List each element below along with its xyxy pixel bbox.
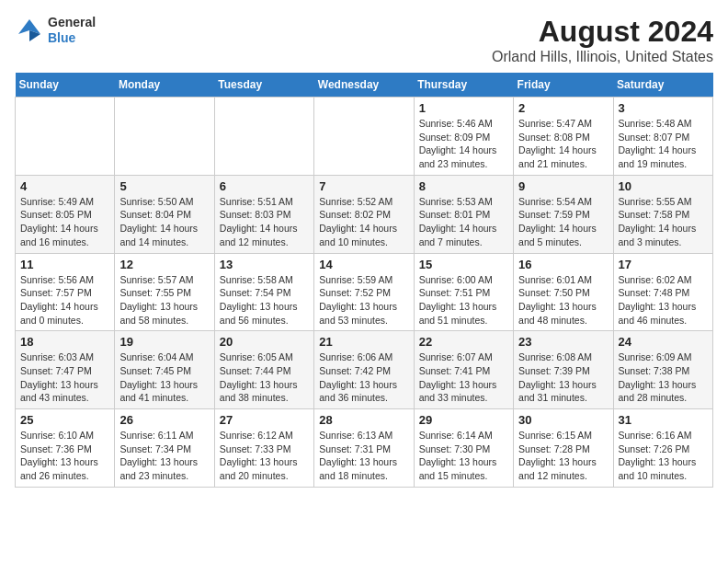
logo: General Blue — [15, 15, 96, 46]
day-number: 8 — [419, 179, 508, 193]
day-info: Sunrise: 6:01 AMSunset: 7:50 PMDaylight:… — [518, 273, 608, 327]
page-title: August 2024 — [492, 15, 713, 49]
table-row: 16Sunrise: 6:01 AMSunset: 7:50 PMDayligh… — [514, 253, 613, 331]
day-number: 21 — [319, 335, 408, 349]
day-info: Sunrise: 6:16 AMSunset: 7:26 PMDaylight:… — [619, 429, 708, 483]
day-info: Sunrise: 5:57 AMSunset: 7:55 PMDaylight:… — [119, 273, 209, 327]
day-number: 25 — [20, 413, 109, 427]
table-row: 18Sunrise: 6:03 AMSunset: 7:47 PMDayligh… — [16, 331, 115, 409]
day-number: 9 — [518, 179, 608, 193]
table-row: 14Sunrise: 5:59 AMSunset: 7:52 PMDayligh… — [314, 253, 414, 331]
day-info: Sunrise: 5:53 AMSunset: 8:01 PMDaylight:… — [419, 195, 508, 249]
table-row: 17Sunrise: 6:02 AMSunset: 7:48 PMDayligh… — [613, 253, 712, 331]
table-row: 11Sunrise: 5:56 AMSunset: 7:57 PMDayligh… — [16, 253, 115, 331]
table-row: 5Sunrise: 5:50 AMSunset: 8:04 PMDaylight… — [115, 175, 214, 253]
day-info: Sunrise: 5:55 AMSunset: 7:58 PMDaylight:… — [619, 195, 708, 249]
day-number: 22 — [419, 335, 508, 349]
day-number: 18 — [20, 335, 109, 349]
table-row: 12Sunrise: 5:57 AMSunset: 7:55 PMDayligh… — [115, 253, 214, 331]
day-number: 5 — [119, 179, 209, 193]
table-row — [214, 98, 313, 176]
day-number: 6 — [220, 179, 309, 193]
table-row: 9Sunrise: 5:54 AMSunset: 7:59 PMDaylight… — [514, 175, 613, 253]
table-row: 13Sunrise: 5:58 AMSunset: 7:54 PMDayligh… — [214, 253, 313, 331]
table-row: 1Sunrise: 5:46 AMSunset: 8:09 PMDaylight… — [414, 98, 513, 176]
table-row: 27Sunrise: 6:12 AMSunset: 7:33 PMDayligh… — [214, 409, 313, 488]
day-info: Sunrise: 5:59 AMSunset: 7:52 PMDaylight:… — [319, 273, 408, 327]
day-info: Sunrise: 6:02 AMSunset: 7:48 PMDaylight:… — [619, 273, 708, 327]
table-row: 4Sunrise: 5:49 AMSunset: 8:05 PMDaylight… — [16, 175, 115, 253]
day-number: 10 — [619, 179, 708, 193]
table-row: 15Sunrise: 6:00 AMSunset: 7:51 PMDayligh… — [414, 253, 513, 331]
day-info: Sunrise: 5:58 AMSunset: 7:54 PMDaylight:… — [220, 273, 309, 327]
table-row: 21Sunrise: 6:06 AMSunset: 7:42 PMDayligh… — [314, 331, 414, 409]
table-row: 29Sunrise: 6:14 AMSunset: 7:30 PMDayligh… — [414, 409, 513, 488]
table-row: 31Sunrise: 6:16 AMSunset: 7:26 PMDayligh… — [613, 409, 712, 488]
day-number: 15 — [419, 258, 508, 271]
day-number: 16 — [518, 258, 608, 271]
day-info: Sunrise: 5:52 AMSunset: 8:02 PMDaylight:… — [319, 195, 408, 249]
logo-icon — [15, 16, 44, 45]
table-row: 10Sunrise: 5:55 AMSunset: 7:58 PMDayligh… — [613, 175, 712, 253]
table-row: 25Sunrise: 6:10 AMSunset: 7:36 PMDayligh… — [16, 409, 115, 488]
table-row: 8Sunrise: 5:53 AMSunset: 8:01 PMDaylight… — [414, 175, 513, 253]
logo-text: General Blue — [48, 15, 96, 46]
title-block: August 2024 Orland Hills, Illinois, Unit… — [492, 15, 713, 65]
day-number: 17 — [619, 258, 708, 271]
table-row: 20Sunrise: 6:05 AMSunset: 7:44 PMDayligh… — [214, 331, 313, 409]
day-number: 20 — [220, 335, 309, 349]
day-number: 11 — [20, 258, 109, 271]
day-info: Sunrise: 6:06 AMSunset: 7:42 PMDaylight:… — [319, 350, 408, 405]
day-info: Sunrise: 6:10 AMSunset: 7:36 PMDaylight:… — [20, 429, 109, 483]
day-info: Sunrise: 6:11 AMSunset: 7:34 PMDaylight:… — [119, 429, 209, 483]
col-thursday: Thursday — [414, 73, 513, 98]
day-number: 14 — [319, 258, 408, 271]
day-info: Sunrise: 5:47 AMSunset: 8:08 PMDaylight:… — [518, 117, 608, 171]
page-subtitle: Orland Hills, Illinois, United States — [492, 49, 713, 65]
day-info: Sunrise: 5:51 AMSunset: 8:03 PMDaylight:… — [220, 195, 309, 249]
day-info: Sunrise: 5:56 AMSunset: 7:57 PMDaylight:… — [20, 273, 109, 327]
col-saturday: Saturday — [613, 73, 712, 98]
day-number: 13 — [220, 258, 309, 271]
day-info: Sunrise: 5:54 AMSunset: 7:59 PMDaylight:… — [518, 195, 608, 249]
table-row — [314, 98, 414, 176]
table-row — [16, 98, 115, 176]
day-info: Sunrise: 6:04 AMSunset: 7:45 PMDaylight:… — [119, 350, 209, 405]
day-number: 23 — [518, 335, 608, 349]
day-number: 4 — [20, 179, 109, 193]
day-info: Sunrise: 6:08 AMSunset: 7:39 PMDaylight:… — [518, 350, 608, 405]
day-number: 30 — [518, 413, 608, 427]
day-number: 29 — [419, 413, 508, 427]
calendar-week-3: 11Sunrise: 5:56 AMSunset: 7:57 PMDayligh… — [16, 253, 713, 331]
col-sunday: Sunday — [16, 73, 115, 98]
table-row: 28Sunrise: 6:13 AMSunset: 7:31 PMDayligh… — [314, 409, 414, 488]
table-row — [115, 98, 214, 176]
calendar-week-4: 18Sunrise: 6:03 AMSunset: 7:47 PMDayligh… — [16, 331, 713, 409]
col-friday: Friday — [514, 73, 613, 98]
table-row: 22Sunrise: 6:07 AMSunset: 7:41 PMDayligh… — [414, 331, 513, 409]
table-row: 30Sunrise: 6:15 AMSunset: 7:28 PMDayligh… — [514, 409, 613, 488]
day-number: 12 — [119, 258, 209, 271]
day-info: Sunrise: 5:50 AMSunset: 8:04 PMDaylight:… — [119, 195, 209, 249]
col-wednesday: Wednesday — [314, 73, 414, 98]
day-number: 2 — [518, 101, 608, 115]
day-info: Sunrise: 6:05 AMSunset: 7:44 PMDaylight:… — [220, 350, 309, 405]
day-info: Sunrise: 6:15 AMSunset: 7:28 PMDaylight:… — [518, 429, 608, 483]
calendar-week-5: 25Sunrise: 6:10 AMSunset: 7:36 PMDayligh… — [16, 409, 713, 488]
calendar-week-1: 1Sunrise: 5:46 AMSunset: 8:09 PMDaylight… — [16, 98, 713, 176]
day-info: Sunrise: 6:03 AMSunset: 7:47 PMDaylight:… — [20, 350, 109, 405]
day-info: Sunrise: 6:14 AMSunset: 7:30 PMDaylight:… — [419, 429, 508, 483]
table-row: 3Sunrise: 5:48 AMSunset: 8:07 PMDaylight… — [613, 98, 712, 176]
day-number: 31 — [619, 413, 708, 427]
col-monday: Monday — [115, 73, 214, 98]
day-info: Sunrise: 6:09 AMSunset: 7:38 PMDaylight:… — [619, 350, 708, 405]
table-row: 26Sunrise: 6:11 AMSunset: 7:34 PMDayligh… — [115, 409, 214, 488]
table-row: 23Sunrise: 6:08 AMSunset: 7:39 PMDayligh… — [514, 331, 613, 409]
day-number: 3 — [619, 101, 708, 115]
day-info: Sunrise: 6:12 AMSunset: 7:33 PMDaylight:… — [220, 429, 309, 483]
table-row: 19Sunrise: 6:04 AMSunset: 7:45 PMDayligh… — [115, 331, 214, 409]
day-number: 26 — [119, 413, 209, 427]
col-tuesday: Tuesday — [214, 73, 313, 98]
day-number: 1 — [419, 101, 508, 115]
day-info: Sunrise: 5:46 AMSunset: 8:09 PMDaylight:… — [419, 117, 508, 171]
